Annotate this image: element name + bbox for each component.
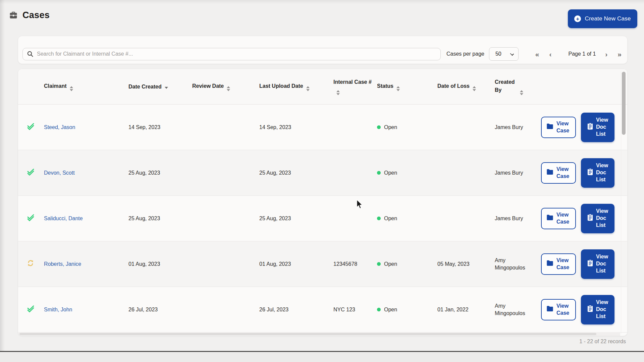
horizontal-scrollbar-thumb[interactable]: [19, 333, 596, 335]
previous-page-button[interactable]: ‹: [548, 51, 553, 58]
sort-updown-icon: [70, 86, 73, 91]
view-doc-list-button[interactable]: View Doc List: [581, 295, 614, 324]
date-created-cell: 25 Aug, 2023: [128, 169, 192, 177]
page-top-shadow: [0, 0, 644, 4]
view-case-label: View Case: [556, 212, 571, 226]
folder-icon: [546, 260, 553, 268]
status-dot-icon: [377, 125, 381, 129]
view-case-label: View Case: [556, 120, 571, 134]
row-status-icon-cell: [18, 259, 44, 269]
view-doc-list-button[interactable]: View Doc List: [581, 204, 614, 233]
column-header-created-by[interactable]: Created By: [495, 78, 541, 95]
last-page-button[interactable]: »: [616, 51, 623, 58]
view-case-button[interactable]: View Case: [541, 162, 576, 184]
claimant-link[interactable]: Devon, Scott: [44, 170, 75, 176]
view-doc-list-label: View Doc List: [596, 253, 608, 274]
status-cell: Open: [377, 124, 437, 131]
table-header-row: ClaimantDate CreatedReview DateLast Uplo…: [18, 69, 627, 105]
row-actions: View Case View Doc List: [541, 249, 620, 279]
status-label: Open: [384, 215, 397, 222]
column-label: Last Upload Date: [259, 83, 303, 89]
view-doc-list-button[interactable]: View Doc List: [581, 249, 614, 279]
view-case-button[interactable]: View Case: [541, 117, 576, 138]
horizontal-scrollbar[interactable]: [18, 332, 620, 336]
row-actions: View Case View Doc List: [541, 295, 620, 324]
row-actions: View Case View Doc List: [541, 158, 620, 188]
sort-updown-icon: [227, 86, 230, 91]
column-label: Created By: [495, 78, 517, 94]
view-doc-list-label: View Doc List: [596, 299, 608, 320]
created-by-cell: Amy Mingopoulos: [495, 302, 541, 317]
chevron-down-icon: [510, 52, 514, 56]
created-by-cell: Amy Mingopoulos: [495, 257, 541, 271]
row-status-icon-cell: [18, 305, 44, 315]
column-header-date-of-loss[interactable]: Date of Loss: [437, 82, 495, 91]
view-doc-list-button[interactable]: View Doc List: [581, 158, 614, 188]
toolbar-card: Cases per page 50 « ‹ Page 1 of 1 › »: [18, 36, 627, 64]
status-label: Open: [384, 306, 397, 313]
create-new-case-button[interactable]: + Create New Case: [568, 9, 637, 28]
search-box: [22, 48, 441, 60]
table-row: Devon, Scott 25 Aug, 2023 25 Aug, 2023 O…: [18, 150, 627, 196]
status-cell: Open: [377, 215, 437, 222]
sort-updown-icon: [306, 86, 310, 91]
clipboard-icon: [587, 123, 593, 132]
clipboard-icon: [587, 305, 593, 314]
folder-icon: [546, 306, 553, 314]
status-label: Open: [384, 169, 397, 177]
status-dot-icon: [377, 262, 381, 266]
search-icon: [27, 51, 34, 59]
first-page-button[interactable]: «: [534, 51, 541, 58]
plus-circle-icon: +: [574, 15, 581, 22]
sync-icon: [27, 262, 34, 268]
column-header-review-date[interactable]: Review Date: [192, 82, 259, 91]
view-doc-list-label: View Doc List: [596, 208, 608, 229]
next-page-button[interactable]: ›: [604, 51, 609, 58]
view-case-label: View Case: [556, 166, 571, 180]
view-case-button[interactable]: View Case: [541, 299, 576, 320]
page-left-shadow: [0, 0, 5, 362]
last-upload-date-cell: 26 Jul, 2023: [259, 306, 333, 313]
per-page-select[interactable]: 50: [489, 47, 519, 61]
folder-icon: [546, 215, 553, 223]
column-header-internal-case-[interactable]: Internal Case #: [333, 78, 377, 95]
vertical-scrollbar[interactable]: [621, 70, 626, 334]
claimant-link[interactable]: Roberts, Janice: [44, 261, 81, 267]
create-new-case-label: Create New Case: [585, 15, 631, 22]
created-by-cell: James Bury: [495, 169, 541, 177]
status-label: Open: [384, 260, 397, 268]
row-status-icon-cell: [18, 214, 44, 224]
last-upload-date-cell: 01 Aug, 2023: [259, 260, 333, 268]
table-row: Saliducci, Dante 25 Aug, 2023 25 Aug, 20…: [18, 196, 627, 241]
view-case-button[interactable]: View Case: [541, 208, 576, 229]
claimant-link[interactable]: Smith, John: [44, 307, 72, 312]
view-case-button[interactable]: View Case: [541, 253, 576, 275]
double-check-icon: [27, 308, 35, 314]
status-dot-icon: [377, 308, 381, 311]
date-created-cell: 26 Jul, 2023: [128, 306, 192, 313]
row-status-icon-cell: [18, 168, 44, 178]
claimant-link[interactable]: Saliducci, Dante: [44, 216, 83, 221]
folder-icon: [546, 123, 553, 131]
sort-updown-icon: [336, 90, 340, 95]
internal-case-number-cell: NYC 123: [333, 306, 377, 313]
column-header-last-upload-date[interactable]: Last Upload Date: [259, 82, 333, 91]
view-doc-list-button[interactable]: View Doc List: [581, 113, 614, 142]
view-doc-list-label: View Doc List: [596, 117, 608, 137]
pagination: « ‹ Page 1 of 1 › »: [534, 51, 623, 58]
column-header-status[interactable]: Status: [377, 82, 437, 91]
double-check-icon: [27, 217, 35, 223]
vertical-scrollbar-thumb[interactable]: [622, 72, 626, 135]
date-created-cell: 01 Aug, 2023: [128, 260, 192, 268]
row-status-icon-cell: [18, 122, 44, 132]
column-label: Date Created: [128, 84, 162, 89]
status-cell: Open: [377, 260, 437, 268]
sort-descending-icon: [165, 87, 168, 89]
status-label: Open: [384, 124, 397, 131]
claimant-link[interactable]: Steed, Jason: [44, 124, 75, 130]
column-label: Internal Case #: [333, 79, 372, 85]
column-header-date-created[interactable]: Date Created: [128, 83, 192, 90]
search-input[interactable]: [22, 48, 441, 60]
cases-table: ClaimantDate CreatedReview DateLast Uplo…: [18, 69, 627, 336]
column-header-claimant[interactable]: Claimant: [44, 82, 128, 91]
